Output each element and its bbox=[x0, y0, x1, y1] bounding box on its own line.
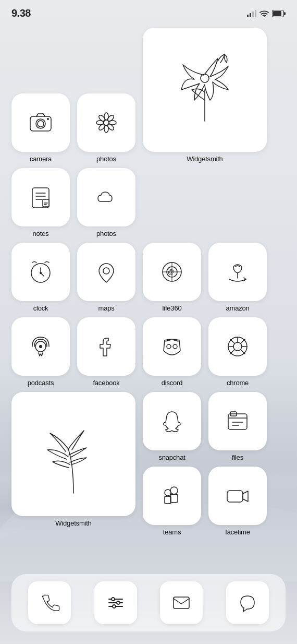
app-item-widgetsmith1[interactable]: Widgetsmith bbox=[143, 28, 267, 163]
svg-point-21 bbox=[40, 272, 42, 274]
dock-phone[interactable] bbox=[28, 581, 71, 624]
app-row-1: camera photos bbox=[11, 28, 286, 163]
app-item-amazon[interactable]: amazon bbox=[208, 243, 267, 312]
right-row-top: snapchat files bbox=[143, 392, 267, 461]
facebook-label: facebook bbox=[93, 379, 119, 387]
app-item-facebook[interactable]: facebook bbox=[77, 317, 135, 387]
widgetsmith2-icon-bg[interactable] bbox=[11, 392, 135, 516]
app-item-podcasts[interactable]: podcasts bbox=[11, 317, 70, 387]
app-item-files[interactable]: files bbox=[208, 392, 267, 461]
discord-svg bbox=[158, 333, 185, 360]
svg-line-36 bbox=[241, 339, 245, 343]
facetime-icon-bg[interactable] bbox=[208, 467, 267, 525]
clock-icon-bg[interactable] bbox=[11, 243, 70, 301]
amazon-svg bbox=[224, 258, 251, 285]
camera-label: camera bbox=[30, 155, 52, 163]
svg-text:@: @ bbox=[168, 268, 174, 276]
camera-icon-bg[interactable] bbox=[11, 93, 70, 152]
amazon-icon-bg[interactable] bbox=[208, 243, 267, 301]
svg-point-27 bbox=[39, 345, 42, 348]
facetime-label: facetime bbox=[225, 528, 250, 536]
svg-point-15 bbox=[107, 114, 115, 123]
snapchat-label: snapchat bbox=[158, 454, 185, 461]
snapchat-icon-bg[interactable] bbox=[143, 392, 201, 450]
app-item-snapchat[interactable]: snapchat bbox=[143, 392, 201, 461]
dock-mail[interactable] bbox=[160, 581, 203, 624]
facebook-svg bbox=[93, 333, 120, 360]
app-row-2: notes photos bbox=[11, 168, 286, 237]
life360-svg: @ bbox=[158, 258, 185, 285]
weather-svg bbox=[93, 184, 120, 211]
svg-point-28 bbox=[167, 344, 171, 349]
svg-point-49 bbox=[113, 605, 116, 608]
notes-icon-bg[interactable] bbox=[11, 168, 70, 226]
svg-line-35 bbox=[230, 339, 234, 343]
life360-icon-bg[interactable]: @ bbox=[143, 243, 201, 301]
life360-label: life360 bbox=[163, 304, 182, 312]
chrome-icon-bg[interactable] bbox=[208, 317, 267, 376]
weather-label: photos bbox=[96, 230, 116, 237]
svg-rect-43 bbox=[227, 491, 243, 502]
teams-svg bbox=[158, 482, 185, 509]
clock-svg bbox=[27, 258, 54, 285]
discord-icon-bg[interactable] bbox=[143, 317, 201, 376]
files-label: files bbox=[232, 454, 243, 461]
app-item-chrome[interactable]: chrome bbox=[208, 317, 267, 387]
svg-point-13 bbox=[98, 114, 106, 123]
widgetsmith1-icon-bg[interactable] bbox=[143, 28, 267, 152]
signal-icon bbox=[247, 10, 256, 17]
app-item-widgetsmith2[interactable]: Widgetsmith bbox=[11, 392, 135, 527]
app-item-teams[interactable]: teams bbox=[143, 467, 201, 536]
dock-settings[interactable] bbox=[94, 581, 137, 624]
discord-label: discord bbox=[162, 379, 183, 387]
maps-label: maps bbox=[98, 304, 115, 312]
svg-point-6 bbox=[38, 121, 44, 127]
clock-label: clock bbox=[33, 304, 48, 312]
svg-point-16 bbox=[98, 123, 106, 132]
app-item-life360[interactable]: @ life360 bbox=[143, 243, 201, 312]
app-item-weather[interactable]: photos bbox=[77, 168, 135, 237]
teams-icon-bg[interactable] bbox=[143, 467, 201, 525]
status-icons bbox=[247, 10, 286, 17]
svg-point-29 bbox=[173, 344, 177, 349]
status-time: 9.38 bbox=[11, 7, 31, 19]
phone-svg bbox=[39, 592, 60, 614]
leaf-widget-svg bbox=[40, 412, 107, 496]
app-item-maps[interactable]: maps bbox=[77, 243, 135, 312]
dock-messages[interactable] bbox=[226, 581, 269, 624]
svg-point-0 bbox=[264, 16, 265, 17]
right-row-bottom: teams facetime bbox=[143, 467, 267, 536]
files-svg bbox=[224, 408, 251, 435]
svg-point-14 bbox=[107, 123, 115, 132]
podcasts-icon-bg[interactable] bbox=[11, 317, 70, 376]
battery-icon bbox=[272, 10, 286, 17]
app-row-5: Widgetsmith snapchat bbox=[11, 392, 286, 536]
weather-icon-bg[interactable] bbox=[77, 168, 135, 226]
messages-svg bbox=[237, 592, 258, 614]
files-icon-bg[interactable] bbox=[208, 392, 267, 450]
app-item-camera[interactable]: camera bbox=[11, 93, 70, 163]
svg-point-47 bbox=[112, 598, 115, 601]
app-item-discord[interactable]: discord bbox=[143, 317, 201, 387]
app-item-notes[interactable]: notes bbox=[11, 168, 70, 237]
settings-svg bbox=[105, 592, 127, 614]
status-bar: 9.38 bbox=[0, 0, 297, 22]
app-item-photos[interactable]: photos bbox=[77, 93, 135, 163]
app-item-facetime[interactable]: facetime bbox=[208, 467, 267, 536]
flower-widget-svg bbox=[168, 48, 241, 132]
photos-icon-bg[interactable] bbox=[77, 93, 135, 152]
snapchat-svg bbox=[158, 408, 185, 435]
facetime-svg bbox=[224, 482, 251, 509]
maps-icon-bg[interactable] bbox=[77, 243, 135, 301]
app-item-clock[interactable]: clock bbox=[11, 243, 70, 312]
podcasts-svg bbox=[27, 333, 54, 360]
home-screen: camera photos bbox=[0, 22, 297, 536]
podcasts-label: podcasts bbox=[28, 379, 54, 387]
photos-svg bbox=[93, 109, 120, 136]
svg-point-42 bbox=[165, 490, 171, 496]
svg-line-37 bbox=[241, 350, 245, 354]
svg-point-41 bbox=[170, 487, 178, 494]
right-col: snapchat files bbox=[143, 392, 267, 536]
facebook-icon-bg[interactable] bbox=[77, 317, 135, 376]
widgetsmith2-label: Widgetsmith bbox=[55, 519, 91, 527]
